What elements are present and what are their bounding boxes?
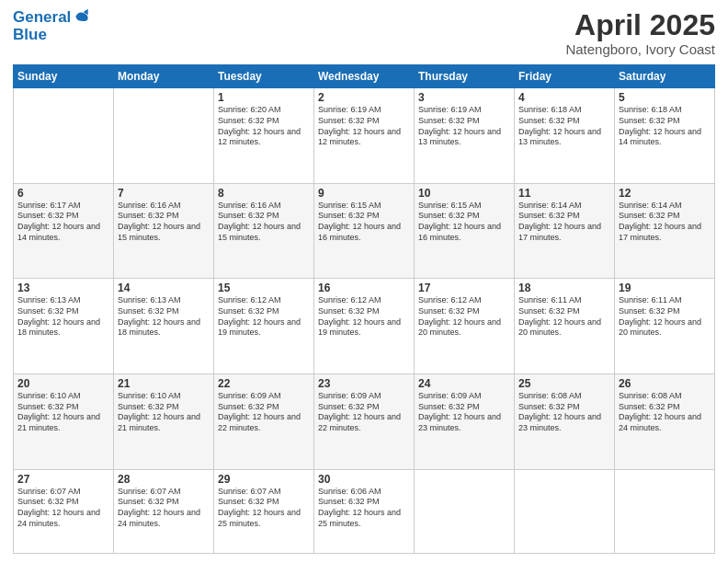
weekday-header-monday: Monday bbox=[114, 65, 214, 88]
day-number: 30 bbox=[318, 473, 410, 486]
day-number: 12 bbox=[619, 187, 711, 200]
day-info: Sunrise: 6:12 AMSunset: 6:32 PMDaylight:… bbox=[218, 295, 310, 339]
calendar-cell: 10Sunrise: 6:15 AMSunset: 6:32 PMDayligh… bbox=[415, 183, 515, 279]
day-info: Sunrise: 6:09 AMSunset: 6:32 PMDaylight:… bbox=[318, 391, 410, 434]
day-number: 2 bbox=[318, 91, 410, 104]
day-info: Sunrise: 6:20 AMSunset: 6:32 PMDaylight:… bbox=[218, 105, 310, 148]
day-number: 11 bbox=[518, 187, 610, 200]
day-info: Sunrise: 6:09 AMSunset: 6:32 PMDaylight:… bbox=[418, 391, 510, 434]
calendar-cell: 14Sunrise: 6:13 AMSunset: 6:32 PMDayligh… bbox=[114, 279, 214, 374]
day-number: 18 bbox=[518, 282, 610, 294]
day-number: 20 bbox=[17, 377, 109, 390]
header: General Blue April 2025 Natengboro, Ivor… bbox=[13, 9, 715, 57]
day-number: 29 bbox=[218, 473, 310, 486]
calendar-cell: 9Sunrise: 6:15 AMSunset: 6:32 PMDaylight… bbox=[314, 183, 415, 279]
day-info: Sunrise: 6:07 AMSunset: 6:32 PMDaylight:… bbox=[218, 487, 310, 530]
calendar-cell bbox=[415, 469, 515, 553]
weekday-header-tuesday: Tuesday bbox=[214, 65, 314, 88]
day-info: Sunrise: 6:15 AMSunset: 6:32 PMDaylight:… bbox=[418, 201, 510, 244]
day-info: Sunrise: 6:10 AMSunset: 6:32 PMDaylight:… bbox=[17, 391, 109, 434]
day-number: 8 bbox=[218, 187, 310, 200]
day-info: Sunrise: 6:11 AMSunset: 6:32 PMDaylight:… bbox=[518, 295, 610, 339]
calendar-cell bbox=[515, 469, 615, 553]
day-number: 16 bbox=[318, 282, 410, 294]
day-number: 1 bbox=[218, 91, 310, 104]
day-info: Sunrise: 6:10 AMSunset: 6:32 PMDaylight:… bbox=[118, 391, 210, 434]
day-info: Sunrise: 6:16 AMSunset: 6:32 PMDaylight:… bbox=[118, 201, 210, 244]
day-number: 10 bbox=[418, 187, 510, 200]
calendar-cell bbox=[14, 88, 114, 184]
logo-icon bbox=[73, 7, 91, 26]
weekday-header-wednesday: Wednesday bbox=[314, 65, 415, 88]
day-info: Sunrise: 6:14 AMSunset: 6:32 PMDaylight:… bbox=[518, 201, 610, 244]
calendar-cell: 1Sunrise: 6:20 AMSunset: 6:32 PMDaylight… bbox=[214, 88, 314, 184]
day-number: 5 bbox=[619, 91, 711, 104]
calendar-cell: 17Sunrise: 6:12 AMSunset: 6:32 PMDayligh… bbox=[415, 279, 515, 374]
calendar-cell: 15Sunrise: 6:12 AMSunset: 6:32 PMDayligh… bbox=[214, 279, 314, 374]
calendar-cell: 4Sunrise: 6:18 AMSunset: 6:32 PMDaylight… bbox=[515, 88, 615, 184]
calendar-cell: 5Sunrise: 6:18 AMSunset: 6:32 PMDaylight… bbox=[615, 88, 715, 184]
day-info: Sunrise: 6:17 AMSunset: 6:32 PMDaylight:… bbox=[17, 201, 109, 244]
day-info: Sunrise: 6:09 AMSunset: 6:32 PMDaylight:… bbox=[218, 391, 310, 434]
day-number: 25 bbox=[518, 377, 610, 390]
calendar-cell: 24Sunrise: 6:09 AMSunset: 6:32 PMDayligh… bbox=[415, 374, 515, 470]
page-title: April 2025 bbox=[565, 9, 715, 41]
calendar-cell: 12Sunrise: 6:14 AMSunset: 6:32 PMDayligh… bbox=[615, 183, 715, 279]
calendar-cell: 30Sunrise: 6:06 AMSunset: 6:32 PMDayligh… bbox=[314, 469, 415, 553]
calendar-cell: 19Sunrise: 6:11 AMSunset: 6:32 PMDayligh… bbox=[615, 279, 715, 374]
day-number: 24 bbox=[418, 377, 510, 390]
day-number: 27 bbox=[17, 473, 109, 486]
day-info: Sunrise: 6:08 AMSunset: 6:32 PMDaylight:… bbox=[518, 391, 610, 434]
day-info: Sunrise: 6:19 AMSunset: 6:32 PMDaylight:… bbox=[418, 105, 510, 148]
day-number: 9 bbox=[318, 187, 410, 200]
logo: General Blue bbox=[13, 9, 91, 43]
day-number: 4 bbox=[518, 91, 610, 104]
day-number: 21 bbox=[118, 377, 210, 390]
day-info: Sunrise: 6:16 AMSunset: 6:32 PMDaylight:… bbox=[218, 201, 310, 244]
calendar-cell: 3Sunrise: 6:19 AMSunset: 6:32 PMDaylight… bbox=[415, 88, 515, 184]
day-number: 19 bbox=[619, 282, 711, 294]
calendar-cell: 26Sunrise: 6:08 AMSunset: 6:32 PMDayligh… bbox=[615, 374, 715, 470]
page: General Blue April 2025 Natengboro, Ivor… bbox=[0, 0, 728, 563]
day-number: 6 bbox=[17, 187, 109, 200]
weekday-header-friday: Friday bbox=[515, 65, 615, 88]
day-info: Sunrise: 6:13 AMSunset: 6:32 PMDaylight:… bbox=[118, 295, 210, 339]
calendar-cell: 11Sunrise: 6:14 AMSunset: 6:32 PMDayligh… bbox=[515, 183, 615, 279]
day-info: Sunrise: 6:15 AMSunset: 6:32 PMDaylight:… bbox=[318, 201, 410, 244]
logo-text-blue: Blue bbox=[13, 27, 47, 44]
day-info: Sunrise: 6:08 AMSunset: 6:32 PMDaylight:… bbox=[619, 391, 711, 434]
day-number: 3 bbox=[418, 91, 510, 104]
day-info: Sunrise: 6:19 AMSunset: 6:32 PMDaylight:… bbox=[318, 105, 410, 148]
day-info: Sunrise: 6:07 AMSunset: 6:32 PMDaylight:… bbox=[118, 487, 210, 530]
day-info: Sunrise: 6:12 AMSunset: 6:32 PMDaylight:… bbox=[318, 295, 410, 339]
title-block: April 2025 Natengboro, Ivory Coast bbox=[565, 9, 715, 57]
day-number: 14 bbox=[118, 282, 210, 294]
calendar-cell: 18Sunrise: 6:11 AMSunset: 6:32 PMDayligh… bbox=[515, 279, 615, 374]
day-info: Sunrise: 6:12 AMSunset: 6:32 PMDaylight:… bbox=[418, 295, 510, 339]
day-info: Sunrise: 6:18 AMSunset: 6:32 PMDaylight:… bbox=[518, 105, 610, 148]
calendar-cell: 28Sunrise: 6:07 AMSunset: 6:32 PMDayligh… bbox=[114, 469, 214, 553]
weekday-header-sunday: Sunday bbox=[14, 65, 114, 88]
day-number: 28 bbox=[118, 473, 210, 486]
page-subtitle: Natengboro, Ivory Coast bbox=[565, 41, 715, 57]
calendar-cell: 16Sunrise: 6:12 AMSunset: 6:32 PMDayligh… bbox=[314, 279, 415, 374]
day-info: Sunrise: 6:11 AMSunset: 6:32 PMDaylight:… bbox=[619, 295, 711, 339]
calendar-cell: 6Sunrise: 6:17 AMSunset: 6:32 PMDaylight… bbox=[14, 183, 114, 279]
calendar-table: SundayMondayTuesdayWednesdayThursdayFrid… bbox=[13, 64, 715, 554]
calendar-cell: 20Sunrise: 6:10 AMSunset: 6:32 PMDayligh… bbox=[14, 374, 114, 470]
day-number: 26 bbox=[619, 377, 711, 390]
day-info: Sunrise: 6:13 AMSunset: 6:32 PMDaylight:… bbox=[17, 295, 109, 339]
logo-text: General bbox=[13, 9, 71, 27]
calendar-cell bbox=[615, 469, 715, 553]
calendar-cell: 25Sunrise: 6:08 AMSunset: 6:32 PMDayligh… bbox=[515, 374, 615, 470]
day-info: Sunrise: 6:06 AMSunset: 6:32 PMDaylight:… bbox=[318, 487, 410, 530]
day-number: 17 bbox=[418, 282, 510, 294]
day-number: 15 bbox=[218, 282, 310, 294]
calendar-cell: 27Sunrise: 6:07 AMSunset: 6:32 PMDayligh… bbox=[14, 469, 114, 553]
calendar-cell: 22Sunrise: 6:09 AMSunset: 6:32 PMDayligh… bbox=[214, 374, 314, 470]
calendar-cell: 23Sunrise: 6:09 AMSunset: 6:32 PMDayligh… bbox=[314, 374, 415, 470]
day-number: 7 bbox=[118, 187, 210, 200]
weekday-header-saturday: Saturday bbox=[615, 65, 715, 88]
weekday-header-thursday: Thursday bbox=[415, 65, 515, 88]
calendar-cell: 2Sunrise: 6:19 AMSunset: 6:32 PMDaylight… bbox=[314, 88, 415, 184]
